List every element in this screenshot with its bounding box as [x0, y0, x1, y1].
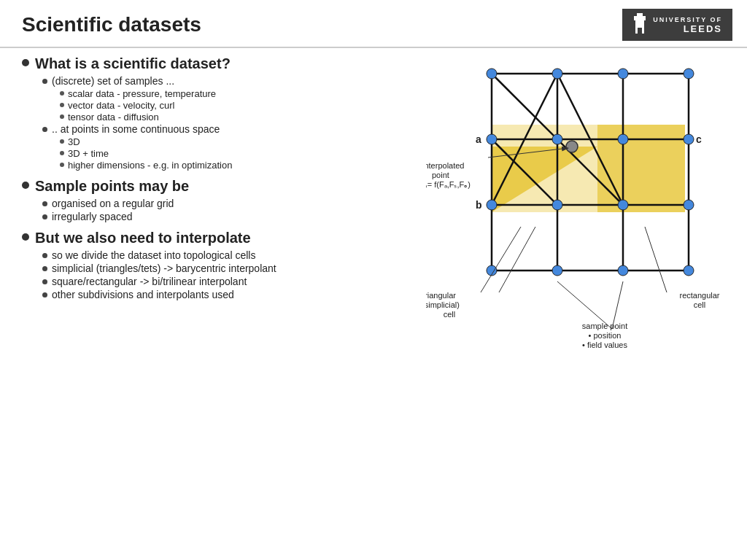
grid-point-1-3	[684, 134, 694, 144]
main-bullet-2-text: Sample points may be	[35, 178, 189, 195]
main-bullet-3-text: But we also need to interpolate	[35, 230, 251, 246]
sub-sub-bullets-samples: scalar data - pressure, temperature vect…	[60, 88, 419, 122]
sub-sub-vector: vector data - velocity, curl	[60, 100, 419, 111]
interpolated-point	[566, 141, 578, 152]
svg-rect-4	[643, 16, 646, 20]
sub-bullet-samples-text: (discrete) set of samples ...	[52, 75, 174, 87]
sub-bullet-points: .. at points in some continuous space	[42, 123, 419, 135]
rect-label-text-1: rectangular	[679, 291, 719, 300]
sub-bullet-other-text: other subdivisions and interpolants used	[52, 289, 234, 300]
sub-dot-2	[42, 127, 47, 132]
sub-dot-4	[42, 214, 47, 219]
sub-bullet-regular: organised on a regular grid	[42, 198, 419, 209]
sub-sub-3dtime-text: 3D + time	[68, 148, 109, 159]
sub-sub-dot-1	[60, 91, 64, 96]
rect-label-text-2: cell	[694, 300, 706, 309]
logo-leeds: LEEDS	[684, 23, 722, 34]
sub-bullet-simplicial-text: simplicial (triangles/tets) -> barycentr…	[52, 262, 276, 274]
tri-label-text-3: cell	[444, 310, 456, 319]
arrow-rect-1	[645, 227, 667, 292]
sub-sub-dot-6	[60, 163, 64, 167]
grid-point-0-3	[684, 69, 694, 79]
sub-sub-3d-text: 3D	[68, 136, 80, 147]
sub-bullet-divide: so we divide the dataset into topologica…	[42, 249, 419, 261]
sample-label-text-3: • field values	[582, 341, 627, 349]
main-bullet-3: But we also need to interpolate	[22, 230, 419, 246]
left-panel: What is a scientific dataset? (discrete)…	[22, 55, 426, 556]
arrow-tri-2	[499, 227, 535, 292]
svg-rect-0	[637, 13, 643, 16]
sub-bullets-2: organised on a regular grid irregularly …	[42, 198, 419, 222]
main-content: What is a scientific dataset? (discrete)…	[0, 48, 747, 560]
sub-bullet-square-text: square/rectangular -> bi/trilinear inter…	[52, 276, 247, 287]
sub-sub-3d: 3D	[60, 136, 419, 147]
sub-bullet-square: square/rectangular -> bi/trilinear inter…	[42, 276, 419, 287]
tri-label-text-2: (simplicial)	[426, 300, 460, 309]
grid-point-0-1	[552, 69, 562, 79]
grid-point-0-2	[618, 69, 628, 79]
grid-point-1-2	[618, 134, 628, 144]
sub-bullet-samples: (discrete) set of samples ...	[42, 75, 419, 87]
section-sample-points: Sample points may be organised on a regu…	[22, 178, 419, 222]
section-what-is-dataset: What is a scientific dataset? (discrete)…	[22, 55, 419, 171]
sub-sub-tensor: tensor data - diffusion	[60, 112, 419, 122]
label-c-text: c	[696, 133, 702, 145]
sub-sub-tensor-text: tensor data - diffusion	[68, 112, 159, 122]
sub-dot-6	[42, 266, 47, 271]
interp-label-text: interpolated	[426, 161, 465, 170]
sub-dot-3	[42, 201, 47, 206]
sample-label-text-1: sample point	[582, 322, 627, 330]
sub-bullets-1: (discrete) set of samples ... scalar dat…	[42, 75, 419, 171]
sub-bullets-3: so we divide the dataset into topologica…	[42, 249, 419, 300]
sub-sub-bullets-points: 3D 3D + time higher dimensions - e.g. in…	[60, 136, 419, 171]
sub-dot-1	[42, 79, 47, 84]
sub-bullet-points-text: .. at points in some continuous space	[52, 123, 220, 135]
arrow-tri-1	[481, 227, 521, 292]
section-interpolate: But we also need to interpolate so we di…	[22, 230, 419, 300]
sub-bullet-simplicial: simplicial (triangles/tets) -> barycentr…	[42, 262, 419, 274]
main-bullet-2: Sample points may be	[22, 178, 419, 195]
logo-text: UNIVERSITY OF LEEDS	[653, 16, 722, 34]
main-bullet-1-text: What is a scientific dataset?	[35, 55, 231, 72]
grid-point-3-3	[684, 265, 694, 276]
grid-point-1-0	[487, 134, 497, 144]
sub-dot-8	[42, 292, 47, 298]
interp-point-text: point	[432, 171, 449, 179]
sub-sub-3dtime: 3D + time	[60, 148, 419, 159]
grid-point-2-0	[487, 200, 497, 210]
tri-label-text-1: triangular	[426, 291, 456, 300]
sub-dot-7	[42, 279, 47, 284]
diagram-container: a b c interpolated point Fₚ=	[426, 59, 732, 365]
grid-point-2-3	[684, 200, 694, 210]
label-b-text: b	[476, 199, 482, 211]
sub-sub-dot-3	[60, 114, 64, 119]
grid-point-2-1	[552, 200, 562, 210]
bullet-dot-3	[22, 233, 29, 241]
svg-rect-2	[638, 28, 642, 34]
tower-icon	[632, 13, 647, 36]
sub-bullet-irregular: irregularly spaced	[42, 211, 419, 222]
grid-point-3-2	[618, 265, 628, 276]
sub-bullet-regular-text: organised on a regular grid	[52, 198, 174, 209]
sub-bullet-other: other subdivisions and interpolants used	[42, 289, 419, 300]
sub-sub-dot-5	[60, 151, 64, 155]
right-panel: a b c interpolated point Fₚ=	[426, 55, 732, 556]
sub-sub-dot-4	[60, 139, 64, 144]
sub-sub-vector-text: vector data - velocity, curl	[68, 100, 174, 111]
label-a-text: a	[476, 133, 481, 145]
university-logo: UNIVERSITY OF LEEDS	[622, 9, 732, 41]
bullet-dot-1	[22, 59, 29, 66]
interp-formula-text: Fₚ= f(Fₐ,Fₛ,Fₒ)	[426, 180, 471, 189]
sub-sub-dot-2	[60, 103, 64, 107]
bullet-dot-2	[22, 182, 29, 189]
logo-university: UNIVERSITY OF	[653, 16, 722, 23]
sub-bullet-divide-text: so we divide the dataset into topologica…	[52, 249, 255, 261]
rect-cell-fill	[597, 125, 685, 212]
sub-sub-scalar-text: scalar data - pressure, temperature	[68, 88, 216, 99]
sub-sub-scalar: scalar data - pressure, temperature	[60, 88, 419, 99]
page-header: Scientific datasets UNIVERSITY OF LEEDS	[0, 0, 747, 48]
sub-bullet-irregular-text: irregularly spaced	[52, 211, 133, 222]
sub-sub-higher-text: higher dimensions - e.g. in optimization	[68, 160, 232, 171]
sub-sub-higher: higher dimensions - e.g. in optimization	[60, 160, 419, 171]
main-bullet-1: What is a scientific dataset?	[22, 55, 419, 72]
